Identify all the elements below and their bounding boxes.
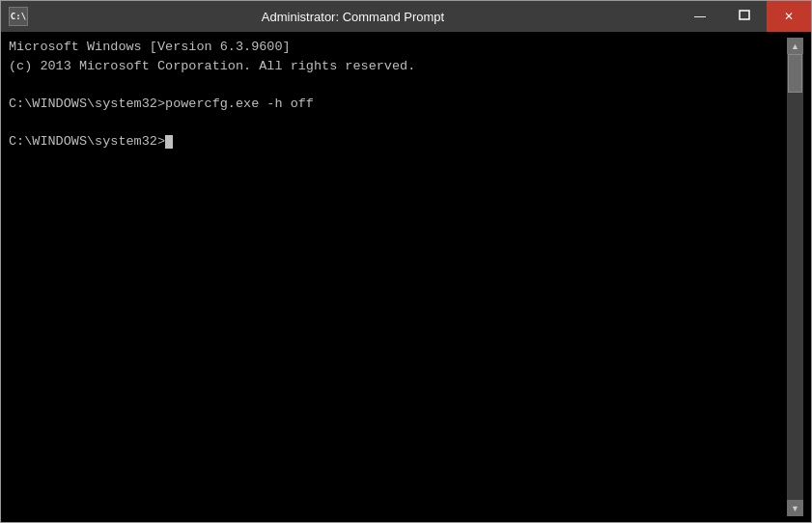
scroll-up-button[interactable]: ▲ xyxy=(787,38,803,54)
maximize-icon xyxy=(739,10,750,23)
window-controls: — ✕ xyxy=(678,1,811,32)
scroll-up-icon: ▲ xyxy=(791,41,799,51)
window-title: Administrator: Command Prompt xyxy=(28,10,678,24)
scrollbar: ▲ ▼ xyxy=(787,38,803,516)
terminal-body[interactable]: Microsoft Windows [Version 6.3.9600] (c)… xyxy=(1,32,811,522)
maximize-button[interactable] xyxy=(722,1,767,32)
window-icon: C:\ xyxy=(9,7,28,26)
title-bar: C:\ Administrator: Command Prompt — ✕ xyxy=(1,1,811,32)
terminal-cursor xyxy=(165,135,173,149)
close-button[interactable]: ✕ xyxy=(767,1,811,32)
terminal-line1: Microsoft Windows [Version 6.3.9600] xyxy=(9,40,291,54)
svg-rect-0 xyxy=(740,11,749,19)
scroll-down-button[interactable]: ▼ xyxy=(787,500,803,516)
scroll-down-icon: ▼ xyxy=(791,504,799,513)
minimize-icon: — xyxy=(694,10,706,23)
terminal-line4: C:\WINDOWS\system32>powercfg.exe -h off xyxy=(9,96,314,111)
close-icon: ✕ xyxy=(784,10,794,23)
terminal-line2: (c) 2013 Microsoft Corporation. All righ… xyxy=(9,59,415,73)
scrollbar-track[interactable] xyxy=(787,54,803,500)
window-icon-label: C:\ xyxy=(11,12,26,21)
scrollbar-thumb[interactable] xyxy=(788,54,802,93)
terminal-output: Microsoft Windows [Version 6.3.9600] (c)… xyxy=(9,38,787,516)
minimize-button[interactable]: — xyxy=(678,1,722,32)
command-prompt-window: C:\ Administrator: Command Prompt — ✕ Mi… xyxy=(0,0,812,523)
terminal-line6: C:\WINDOWS\system32> xyxy=(9,134,165,149)
